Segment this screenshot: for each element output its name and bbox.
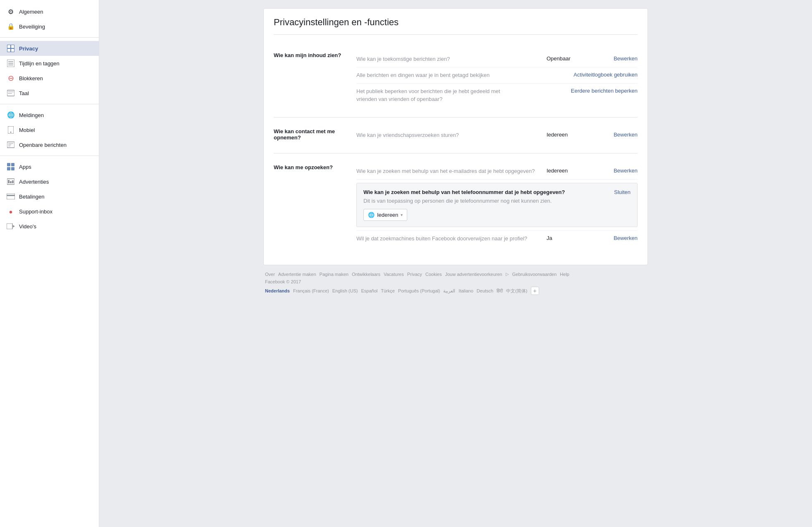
footer-link[interactable]: Gebruiksvoorwaarden — [512, 272, 557, 277]
add-language-button[interactable]: + — [531, 287, 539, 295]
setting-row: Wie kan je vriendschapsverzoeken sturen?… — [356, 127, 638, 143]
svg-rect-26 — [7, 194, 15, 199]
footer-language[interactable]: Português (Portugal) — [398, 288, 440, 293]
news-icon — [7, 141, 15, 149]
footer-language[interactable]: English (US) — [332, 288, 358, 293]
sidebar-item-algemeen[interactable]: ⚙ Algemeen — [0, 4, 99, 19]
gear-icon: ⚙ — [7, 7, 15, 16]
svg-rect-18 — [7, 163, 10, 166]
sidebar-item-tijdlijn[interactable]: Tijdlijn en taggen — [0, 56, 99, 71]
bewerken-contact-link[interactable]: Bewerken — [614, 132, 638, 138]
section-contact: Wie kan contact met me opnemen? Wie kan … — [274, 117, 638, 153]
footer-link[interactable]: Advertentie maken — [278, 272, 316, 277]
setting-action: Bewerken — [596, 168, 638, 174]
footer-link[interactable]: Help — [560, 272, 569, 277]
bewerken-link[interactable]: Bewerken — [614, 55, 638, 62]
payments-icon — [7, 192, 15, 201]
ads-icon — [7, 177, 15, 186]
setting-action: Eerdere berichten beperken — [571, 88, 638, 94]
svg-rect-28 — [7, 223, 12, 229]
eerdere-berichten-link[interactable]: Eerdere berichten beperken — [571, 88, 638, 94]
setting-description: Wie kan je toekomstige berichten zien? — [356, 55, 547, 63]
setting-action: Bewerken — [596, 235, 638, 241]
bewerken-email-link[interactable]: Bewerken — [614, 168, 638, 174]
footer-link[interactable]: Cookies — [425, 272, 442, 277]
footer-language[interactable]: Italiano — [459, 288, 473, 293]
sidebar-item-privacy[interactable]: Privacy — [0, 41, 99, 56]
svg-rect-1 — [7, 45, 10, 48]
sluiten-link[interactable]: Sluiten — [614, 189, 630, 195]
audience-dropdown[interactable]: 🌐 Iedereen ▾ — [363, 209, 407, 221]
sidebar-item-meldingen[interactable]: 🌐 Meldingen — [0, 108, 99, 122]
sidebar-item-label: Algemeen — [19, 9, 43, 15]
footer-language[interactable]: Français (France) — [293, 288, 329, 293]
section-rows-contact: Wie kan je vriendschapsverzoeken sturen?… — [356, 127, 638, 143]
sidebar-item-openbare[interactable]: Openbare berichten — [0, 137, 99, 152]
sidebar-item-label: Privacy — [19, 46, 38, 52]
section-rows-opzoeken: Wie kan je zoeken met behulp van het e-m… — [356, 163, 638, 247]
sidebar-item-label: Taal — [19, 90, 29, 96]
svg-rect-27 — [7, 195, 15, 196]
setting-description: Wil je dat zoekmachines buiten Facebook … — [356, 235, 547, 242]
sidebar-item-label: Betalingen — [19, 194, 44, 200]
support-icon: ● — [7, 207, 15, 216]
setting-description: Wie kan je vriendschapsverzoeken sturen? — [356, 132, 547, 139]
sidebar-item-videos[interactable]: Video's — [0, 219, 99, 234]
setting-action: Activiteitlogboek gebruiken — [573, 72, 638, 78]
footer-link[interactable]: Pagina maken — [320, 272, 349, 277]
footer-language[interactable]: العربية — [443, 288, 455, 294]
svg-rect-2 — [11, 45, 14, 48]
setting-value: Openbaar — [547, 55, 596, 62]
footer-language[interactable]: हिंदी — [497, 288, 503, 294]
sidebar-item-betalingen[interactable]: Betalingen — [0, 189, 99, 204]
activiteitlogboek-link[interactable]: Activiteitlogboek gebruiken — [573, 72, 638, 78]
sidebar-item-label: Apps — [19, 164, 31, 170]
content-card: Privacyinstellingen en -functies Wie kan… — [263, 8, 648, 265]
sidebar-item-mobiel[interactable]: Mobiel — [0, 122, 99, 137]
svg-rect-20 — [7, 167, 10, 170]
sidebar-item-support[interactable]: ● Support-inbox — [0, 204, 99, 219]
footer-link[interactable]: Jouw advertentievoorkeuren — [445, 272, 502, 277]
footer-language[interactable]: Nederlands — [265, 288, 290, 293]
sidebar-item-label: Tijdlijn en taggen — [19, 60, 60, 67]
section-label-opzoeken: Wie kan me opzoeken? — [274, 163, 356, 170]
sidebar-item-beveiliging[interactable]: 🔒 Beveiliging — [0, 19, 99, 34]
mobile-icon — [7, 126, 15, 134]
setting-description: Het publiek beperken voor berichten die … — [356, 88, 521, 103]
sidebar-item-label: Beveiliging — [19, 24, 45, 30]
setting-action: Bewerken — [596, 132, 638, 138]
footer-link[interactable]: Ontwikkelaars — [352, 272, 380, 277]
footer-link[interactable]: Vacatures — [384, 272, 404, 277]
preferences-icon: ▷ — [506, 272, 509, 277]
footer-language[interactable]: 中文(简体) — [506, 288, 527, 294]
section-opzoeken: Wie kan me opzoeken? Wie kan je zoeken m… — [274, 153, 638, 256]
setting-action: Bewerken — [596, 55, 638, 62]
setting-row: Wie kan je zoeken met behulp van het e-m… — [356, 163, 638, 180]
timeline-icon — [7, 59, 15, 67]
footer-language[interactable]: Deutsch — [477, 288, 493, 293]
svg-rect-25 — [12, 180, 14, 183]
section-label-contact: Wie kan contact met me opnemen? — [274, 127, 356, 141]
sidebar-item-apps[interactable]: Apps — [0, 159, 99, 174]
footer-link[interactable]: Over — [265, 272, 275, 277]
sidebar-divider-1 — [0, 37, 99, 38]
expanded-panel-title: Wie kan je zoeken met behulp van het tel… — [363, 189, 565, 195]
block-icon: ⊖ — [7, 74, 15, 82]
footer-language[interactable]: Español — [361, 288, 377, 293]
privacy-icon — [7, 44, 15, 53]
sidebar-item-blokkeren[interactable]: ⊖ Blokkeren — [0, 71, 99, 86]
sidebar-item-taal[interactable]: Taal — [0, 86, 99, 101]
footer-language[interactable]: Türkçe — [381, 288, 395, 293]
footer-link[interactable]: Privacy — [407, 272, 422, 277]
bewerken-zoekmachines-link[interactable]: Bewerken — [614, 235, 638, 241]
language-icon — [7, 89, 15, 97]
sidebar-item-advertenties[interactable]: Advertenties — [0, 174, 99, 189]
sidebar-item-label: Mobiel — [19, 127, 35, 133]
setting-description: Wie kan je zoeken met behulp van het e-m… — [356, 168, 547, 175]
chevron-down-icon: ▾ — [401, 213, 403, 217]
expanded-panel-header: Wie kan je zoeken met behulp van het tel… — [363, 189, 630, 198]
svg-rect-9 — [7, 90, 14, 96]
setting-row-expanded: Wie kan je zoeken met behulp van het tel… — [356, 183, 638, 231]
svg-rect-23 — [8, 180, 10, 183]
sidebar-item-label: Meldingen — [19, 112, 44, 118]
